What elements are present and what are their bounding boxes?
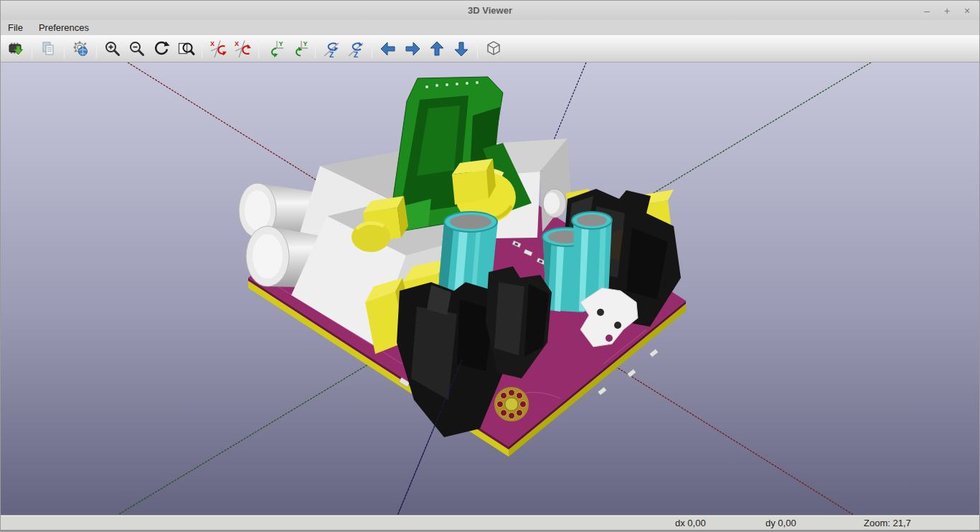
viewport-3d-canvas[interactable] (1, 62, 980, 515)
reload-board-button[interactable] (4, 37, 28, 60)
rotate-y-cw-icon: Y (265, 39, 284, 58)
zoom-in-button[interactable] (101, 37, 125, 60)
close-button[interactable]: × (961, 4, 974, 17)
toolbar-separator (32, 39, 32, 58)
toolbar-separator (96, 39, 97, 58)
axis-letter-y: Y (279, 40, 283, 47)
status-bar: dx 0,00 dy 0,00 Zoom: 21,7 (1, 515, 979, 530)
rotate-z-cw-button[interactable]: Z (320, 37, 344, 60)
move-right-button[interactable] (401, 37, 425, 60)
plated-ring-pad (494, 387, 529, 421)
axis-letter-x: X (235, 40, 239, 47)
title-bar: 3D Viewer – + × (1, 1, 979, 20)
menu-file[interactable]: File (6, 22, 24, 34)
zoom-fit-button[interactable] (174, 37, 198, 60)
move-left-icon (379, 39, 397, 58)
move-down-button[interactable] (450, 37, 473, 60)
rotate-x-ccw-button[interactable]: X (231, 37, 255, 60)
window-title: 3D Viewer (468, 5, 512, 16)
copy-image-icon (39, 39, 57, 58)
window-controls: – + × (920, 1, 974, 20)
yellow-box-near-cube (452, 159, 496, 205)
minimize-button[interactable]: – (920, 4, 933, 17)
ortho-view-button[interactable] (482, 37, 506, 60)
axis-letter-z: Z (354, 50, 358, 58)
copy-image-button[interactable] (37, 37, 60, 60)
reload-board-icon (6, 39, 25, 58)
toolbar-separator (315, 39, 316, 58)
3d-viewer-window: 3D Viewer – + × File Preferences (0, 0, 980, 532)
status-zoom: Zoom: 21,7 (864, 518, 911, 528)
toolbar-separator (477, 39, 478, 58)
rotate-z-ccw-button[interactable]: Z (344, 37, 368, 60)
menu-preferences[interactable]: Preferences (37, 22, 90, 34)
ortho-view-icon (484, 39, 503, 58)
zoom-in-icon (103, 39, 122, 58)
toolbar: X X Y Y (1, 35, 979, 62)
move-up-icon (428, 39, 446, 58)
move-up-button[interactable] (425, 37, 449, 60)
redraw-icon (152, 39, 171, 58)
render-options-button[interactable] (69, 37, 93, 60)
move-left-button[interactable] (377, 37, 400, 60)
toolbar-separator (258, 39, 259, 58)
zoom-fit-icon (176, 39, 195, 58)
status-dx: dx 0,00 (675, 518, 706, 528)
rotate-z-cw-icon: Z (322, 39, 341, 58)
move-down-icon (452, 39, 471, 58)
pcb-3d-scene (1, 62, 980, 515)
toolbar-separator (202, 39, 202, 58)
rotate-x-cw-button[interactable]: X (207, 37, 230, 60)
axis-letter-z: Z (329, 50, 334, 58)
status-dy: dy 0,00 (765, 518, 796, 528)
redraw-button[interactable] (150, 37, 174, 60)
move-right-icon (403, 39, 422, 58)
rotate-y-ccw-button[interactable]: Y (288, 37, 311, 60)
toolbar-separator (64, 39, 65, 58)
rotate-y-cw-button[interactable]: Y (263, 37, 287, 60)
toolbar-separator (372, 39, 372, 58)
maximize-button[interactable]: + (941, 4, 953, 17)
zoom-out-icon (128, 39, 146, 58)
rotate-z-ccw-icon: Z (347, 39, 365, 58)
rotate-x-cw-icon: X (209, 39, 227, 58)
rotate-x-ccw-icon: X (233, 39, 252, 58)
menu-bar: File Preferences (1, 20, 979, 35)
render-options-icon (71, 39, 90, 58)
zoom-out-button[interactable] (126, 37, 149, 60)
axis-letter-x: X (210, 40, 215, 47)
rotate-y-ccw-icon: Y (290, 39, 308, 58)
axis-letter-y: Y (303, 40, 308, 47)
